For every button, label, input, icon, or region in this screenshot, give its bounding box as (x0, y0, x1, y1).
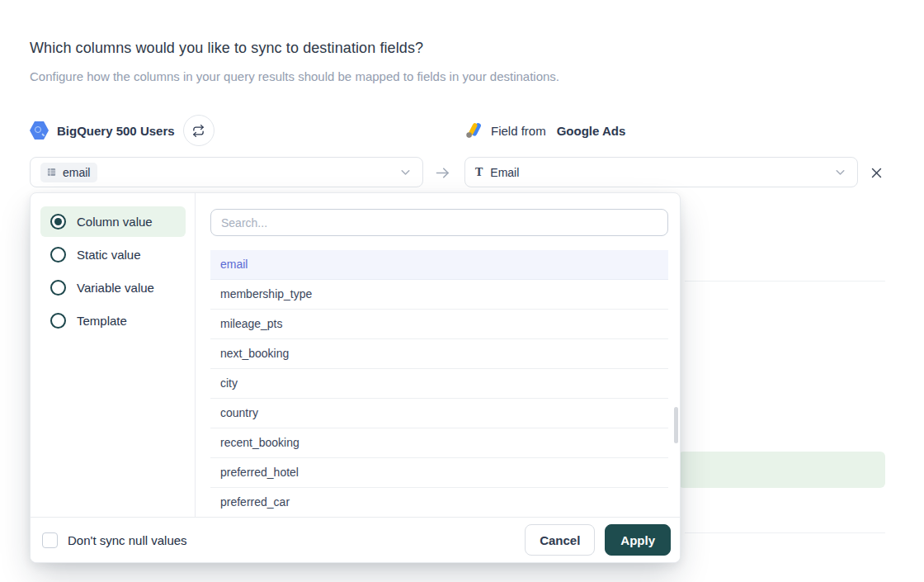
background-highlighted-row (678, 452, 885, 488)
swap-button[interactable] (183, 115, 214, 146)
swap-icon (192, 125, 205, 137)
column-list-item-preferred_hotel[interactable]: preferred_hotel (210, 458, 668, 488)
radio-icon[interactable] (50, 280, 66, 296)
radio-icon[interactable] (50, 214, 66, 229)
column-list-item-preferred_car[interactable]: preferred_car (210, 488, 668, 517)
value-type-label: Template (77, 314, 127, 328)
bigquery-icon (30, 121, 49, 140)
selected-field-value: Email (490, 166, 519, 179)
chevron-down-icon (833, 165, 847, 179)
background-row-divider (685, 532, 885, 533)
close-icon (870, 166, 884, 180)
value-type-label: Column value (77, 215, 153, 229)
column-list-item-email[interactable]: email (210, 250, 668, 280)
value-type-rail: Column valueStatic valueVariable valueTe… (31, 193, 196, 517)
column-list-item-country[interactable]: country (210, 399, 668, 428)
apply-button[interactable]: Apply (605, 524, 671, 556)
value-type-option-static-value[interactable]: Static value (40, 239, 186, 270)
cancel-button[interactable]: Cancel (525, 524, 595, 556)
column-list-panel: emailmembership_typemileage_ptsnext_book… (196, 193, 680, 517)
column-list-item-membership_type[interactable]: membership_type (210, 280, 668, 310)
source-label: BigQuery 500 Users (57, 124, 175, 138)
dont-sync-null-label: Don't sync null values (68, 533, 187, 547)
radio-icon[interactable] (50, 313, 66, 329)
page-title: Which columns would you like to sync to … (30, 40, 423, 57)
destination-header: Field fromGoogle Ads (466, 115, 625, 146)
arrow-right-icon (432, 163, 452, 182)
source-column-select[interactable]: email (30, 157, 423, 187)
column-mapping-popover: Column valueStatic valueVariable valueTe… (30, 192, 681, 563)
value-type-option-variable-value[interactable]: Variable value (40, 272, 186, 303)
selected-column-chip: email (40, 163, 97, 182)
value-type-option-template[interactable]: Template (40, 305, 186, 336)
table-icon (46, 167, 57, 177)
source-header: BigQuery 500 Users (30, 115, 214, 146)
value-type-label: Static value (77, 248, 141, 262)
column-list-item-mileage_pts[interactable]: mileage_pts (210, 310, 668, 339)
page-subtitle: Configure how the columns in your query … (30, 69, 559, 83)
destination-label-name: Google Ads (557, 124, 626, 138)
value-type-option-column-value[interactable]: Column value (40, 206, 186, 237)
string-type-icon: T (475, 166, 483, 178)
search-input[interactable] (210, 209, 668, 236)
google-ads-icon (466, 122, 483, 139)
sync-mapping-screen: Which columns would you like to sync to … (0, 0, 924, 582)
remove-mapping-button[interactable] (866, 163, 886, 182)
destination-field-select[interactable]: T Email (464, 157, 858, 187)
column-list: emailmembership_typemileage_ptsnext_book… (210, 250, 668, 517)
selected-column-value: email (63, 166, 90, 179)
chevron-down-icon (398, 165, 412, 179)
dont-sync-null-checkbox[interactable] (42, 532, 58, 548)
column-list-item-city[interactable]: city (210, 369, 668, 399)
radio-icon[interactable] (50, 247, 66, 263)
column-list-item-next_booking[interactable]: next_booking (210, 339, 668, 369)
background-row-divider (685, 281, 885, 282)
column-list-item-recent_booking[interactable]: recent_booking (210, 428, 668, 458)
destination-label-prefix: Field from (491, 124, 546, 138)
value-type-label: Variable value (77, 281, 154, 295)
scrollbar-thumb[interactable] (674, 407, 678, 443)
popover-footer: Don't sync null values Cancel Apply (31, 517, 680, 562)
